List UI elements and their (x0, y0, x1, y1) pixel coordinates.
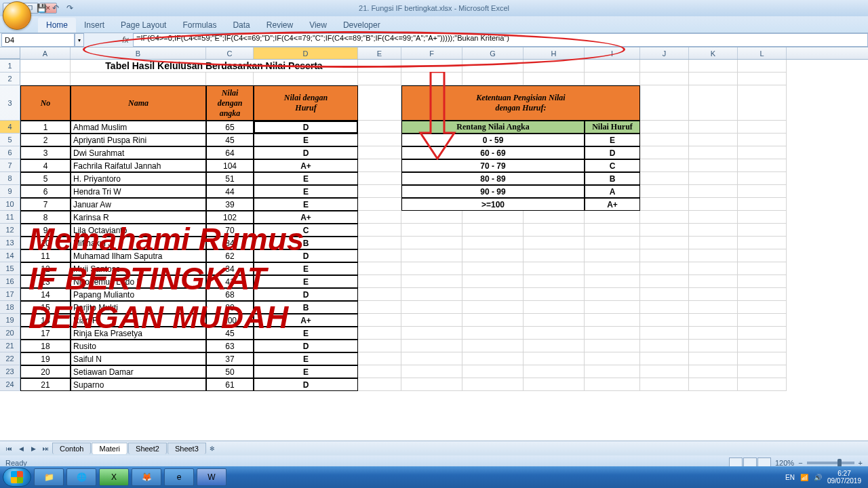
cell[interactable]: E (254, 134, 358, 146)
cell[interactable]: 62 (206, 249, 254, 262)
cell[interactable]: Rusito (71, 340, 206, 352)
cell[interactable] (401, 249, 462, 262)
cell[interactable]: 41 (206, 275, 254, 288)
cell[interactable] (524, 262, 585, 275)
cell[interactable]: 39 (206, 198, 254, 211)
sheet-nav-next[interactable]: ▶ (27, 443, 39, 455)
cell[interactable] (689, 378, 738, 391)
row-header-12[interactable]: 12 (0, 224, 20, 237)
cell[interactable]: 65 (206, 121, 254, 134)
cell[interactable]: 4 (20, 159, 71, 172)
cell[interactable]: 61 (206, 378, 254, 391)
cell[interactable]: Muhamad Ilham Saputra (71, 249, 206, 262)
row-header-21[interactable]: 21 (0, 340, 20, 352)
cell[interactable] (738, 172, 787, 185)
cell[interactable] (524, 60, 585, 73)
cell[interactable]: 45 (206, 327, 254, 340)
cell[interactable] (585, 301, 640, 314)
col-header-L[interactable]: L (738, 47, 787, 59)
cell[interactable]: Nilai denganHuruf (254, 85, 358, 121)
cell[interactable]: E (254, 275, 358, 288)
cell[interactable] (462, 327, 524, 340)
cell[interactable]: E (254, 172, 358, 185)
row-header-3[interactable]: 3 (0, 85, 20, 121)
cell[interactable] (738, 60, 787, 73)
system-tray[interactable]: EN 📶 🔊 6:2709/07/2019 (785, 470, 865, 485)
cell[interactable]: C (254, 224, 358, 237)
cell[interactable] (689, 185, 738, 198)
row-header-11[interactable]: 11 (0, 211, 20, 224)
cell[interactable]: 6 (20, 185, 71, 198)
sheet-nav-first[interactable]: ⏮ (3, 443, 15, 455)
cell[interactable] (401, 275, 462, 288)
cell[interactable] (738, 378, 787, 391)
cell[interactable]: E (254, 365, 358, 378)
cell[interactable] (401, 314, 462, 327)
cell[interactable]: Ahmad Muslim (71, 121, 206, 134)
cell[interactable] (462, 73, 524, 85)
cell[interactable] (640, 301, 689, 314)
cell[interactable]: 16 (20, 314, 71, 327)
cell[interactable]: B (254, 237, 358, 249)
cell[interactable] (640, 211, 689, 224)
cell[interactable] (20, 73, 71, 85)
cell[interactable]: D (585, 146, 640, 159)
cell[interactable]: Saiful N (71, 352, 206, 365)
cell[interactable]: 10 (20, 237, 71, 249)
cell[interactable] (524, 327, 585, 340)
cell[interactable]: 19 (20, 352, 71, 365)
cell[interactable]: 45 (206, 134, 254, 146)
ribbon-tab-developer[interactable]: Developer (335, 18, 389, 33)
cell[interactable] (738, 121, 787, 134)
cell[interactable] (462, 211, 524, 224)
cell[interactable]: D (254, 288, 358, 301)
cell[interactable]: D (254, 378, 358, 391)
cell[interactable] (462, 288, 524, 301)
cell[interactable]: 15 (20, 301, 71, 314)
cell[interactable] (640, 121, 689, 134)
cell[interactable] (585, 211, 640, 224)
cell[interactable]: Parjito Mukti (71, 301, 206, 314)
cell[interactable]: No (20, 85, 71, 121)
ribbon-tab-page-layout[interactable]: Page Layout (113, 18, 174, 33)
row-header-2[interactable]: 2 (0, 73, 20, 85)
cell[interactable]: 80 (206, 301, 254, 314)
cell[interactable]: 3 (20, 146, 71, 159)
col-header-G[interactable]: G (462, 47, 524, 59)
undo-icon[interactable]: ↶ (50, 2, 62, 14)
cell[interactable] (738, 73, 787, 85)
cell[interactable] (640, 224, 689, 237)
cell[interactable] (524, 237, 585, 249)
cell[interactable] (585, 340, 640, 352)
cell[interactable]: 37 (206, 352, 254, 365)
cell[interactable] (738, 85, 787, 121)
cell[interactable] (462, 249, 524, 262)
sheet-nav-prev[interactable]: ◀ (15, 443, 27, 455)
tray-lang[interactable]: EN (785, 474, 795, 481)
cell[interactable] (689, 73, 738, 85)
col-header-E[interactable]: E (358, 47, 401, 59)
cell[interactable] (401, 378, 462, 391)
cell[interactable]: B (254, 301, 358, 314)
cell[interactable] (358, 198, 401, 211)
cell[interactable] (640, 365, 689, 378)
cell[interactable] (640, 249, 689, 262)
cell[interactable] (358, 314, 401, 327)
cell[interactable]: 70 (206, 224, 254, 237)
cell[interactable]: 17 (20, 327, 71, 340)
col-header-C[interactable]: C (206, 47, 254, 59)
cell[interactable] (585, 275, 640, 288)
row-header-19[interactable]: 19 (0, 314, 20, 327)
cell[interactable] (585, 314, 640, 327)
office-button[interactable] (3, 1, 31, 30)
cell[interactable]: D (254, 121, 358, 134)
cell[interactable] (689, 340, 738, 352)
cell[interactable] (689, 85, 738, 121)
cell[interactable] (585, 224, 640, 237)
cell[interactable]: Nilai Huruf (585, 121, 640, 134)
cell[interactable]: Muji Santoso (71, 262, 206, 275)
cell[interactable] (640, 73, 689, 85)
cell[interactable] (401, 340, 462, 352)
row-header-24[interactable]: 24 (0, 378, 20, 391)
ribbon-tab-view[interactable]: View (301, 18, 335, 33)
